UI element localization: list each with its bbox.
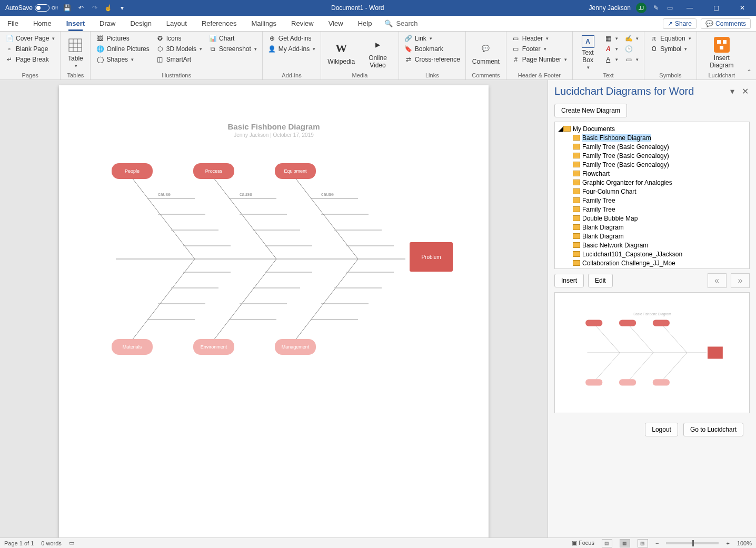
tree-root[interactable]: ◢My Documents: [555, 124, 749, 133]
tab-file[interactable]: File: [0, 16, 26, 31]
symbol-button[interactable]: ΩSymbol: [649, 44, 692, 54]
chart-button[interactable]: 📊Chart: [207, 34, 258, 43]
maximize-button[interactable]: ▢: [705, 0, 727, 16]
status-words[interactable]: 0 words: [41, 540, 62, 546]
document-tree[interactable]: ◢My Documents Basic Fishbone DiagramFami…: [554, 122, 750, 269]
tree-item[interactable]: Graphic Organizer for Analogies: [555, 178, 749, 187]
text-box-button[interactable]: AText Box: [577, 34, 599, 71]
tab-design[interactable]: Design: [123, 16, 158, 31]
create-new-diagram-button[interactable]: Create New Diagram: [554, 104, 627, 117]
online-video-button[interactable]: ▶Online Video: [361, 34, 394, 71]
wikipedia-button[interactable]: WWikipedia: [325, 34, 357, 71]
tell-me-search[interactable]: 🔍 Search: [379, 16, 423, 31]
new-comment-button[interactable]: 💬Comment: [470, 34, 502, 71]
undo-icon[interactable]: ↶: [77, 4, 85, 12]
tab-review[interactable]: Review: [284, 16, 321, 31]
tree-item[interactable]: Family Tree (Basic Genealogy): [555, 142, 749, 151]
online-pictures-button[interactable]: 🌐Online Pictures: [95, 44, 150, 54]
document-area[interactable]: Basic Fishbone Diagram Jenny Jackson | O…: [0, 80, 548, 537]
cover-page-button[interactable]: 📄Cover Page: [4, 34, 56, 43]
signature-line-button[interactable]: ✍: [623, 34, 640, 43]
insert-button[interactable]: Insert: [554, 274, 584, 287]
tree-item[interactable]: Family Tree: [555, 196, 749, 205]
zoom-slider[interactable]: [666, 542, 719, 544]
wordart-button[interactable]: A: [603, 44, 619, 54]
edit-button[interactable]: Edit: [588, 274, 613, 287]
minimize-button[interactable]: —: [679, 0, 700, 16]
coming-soon-icon[interactable]: ✎: [652, 4, 660, 12]
group-tables: Table Tables: [61, 32, 91, 79]
pane-close-icon[interactable]: ✕: [740, 87, 750, 96]
pane-menu-icon[interactable]: ▾: [728, 87, 737, 96]
zoom-in-button[interactable]: +: [726, 540, 729, 546]
quick-parts-button[interactable]: ▦: [603, 34, 619, 43]
tab-draw[interactable]: Draw: [92, 16, 123, 31]
tree-item[interactable]: Basic Network Diagram: [555, 241, 749, 250]
footer-button[interactable]: ▭Footer: [511, 44, 568, 54]
share-button[interactable]: ↗ Share: [663, 18, 697, 29]
tab-view[interactable]: View: [321, 16, 351, 31]
tree-item[interactable]: Family Tree (Basic Genealogy): [555, 160, 749, 169]
tab-references[interactable]: References: [194, 16, 244, 31]
group-pages: 📄Cover Page ▫Blank Page ↵Page Break Page…: [0, 32, 61, 79]
logout-button[interactable]: Logout: [645, 423, 678, 436]
smartart-button[interactable]: ◫SmartArt: [155, 55, 203, 64]
3d-models-button[interactable]: ⬡3D Models: [155, 44, 203, 54]
icons-button[interactable]: ✪Icons: [155, 34, 203, 43]
shapes-button[interactable]: ◯Shapes: [95, 55, 150, 64]
status-page[interactable]: Page 1 of 1: [4, 540, 34, 546]
prev-page-button[interactable]: «: [708, 273, 727, 288]
header-button[interactable]: ▭Header: [511, 34, 568, 43]
tab-layout[interactable]: Layout: [159, 16, 194, 31]
print-layout-button[interactable]: ▦: [620, 539, 630, 547]
focus-mode-button[interactable]: ▣ Focus: [572, 540, 594, 546]
user-avatar[interactable]: JJ: [636, 3, 646, 13]
read-mode-button[interactable]: ▤: [602, 539, 612, 547]
insert-diagram-button[interactable]: Insert Diagram: [701, 34, 742, 71]
screenshot-button[interactable]: ⧉Screenshot: [207, 44, 258, 54]
get-addins-button[interactable]: ⊕Get Add-ins: [267, 34, 316, 43]
table-button[interactable]: Table: [65, 34, 86, 71]
tree-item[interactable]: Family Tree (Basic Genealogy): [555, 151, 749, 160]
pictures-button[interactable]: 🖼Pictures: [95, 34, 150, 43]
tree-item[interactable]: Flowchart: [555, 169, 749, 178]
cross-reference-button[interactable]: ⇄Cross-reference: [403, 55, 461, 64]
spellcheck-icon[interactable]: ▭: [69, 540, 74, 546]
tab-help[interactable]: Help: [351, 16, 380, 31]
zoom-out-button[interactable]: −: [655, 540, 659, 546]
close-button[interactable]: ✕: [732, 0, 753, 16]
collapse-ribbon-button[interactable]: ⌃: [747, 32, 756, 79]
page-number-button[interactable]: #Page Number: [511, 55, 568, 64]
tab-home[interactable]: Home: [26, 16, 59, 31]
web-layout-button[interactable]: ▧: [638, 539, 648, 547]
save-icon[interactable]: 💾: [63, 4, 72, 12]
touch-mode-icon[interactable]: ☝: [104, 4, 113, 12]
tree-item[interactable]: Family Tree: [555, 205, 749, 214]
bookmark-button[interactable]: 🔖Bookmark: [403, 44, 461, 54]
page-break-button[interactable]: ↵Page Break: [4, 55, 56, 64]
drop-cap-button[interactable]: A: [603, 55, 619, 64]
my-addins-button[interactable]: 👤My Add-ins: [267, 44, 316, 54]
zoom-level[interactable]: 100%: [737, 540, 752, 546]
equation-button[interactable]: πEquation: [649, 34, 692, 43]
tree-item[interactable]: Blank Diagram: [555, 232, 749, 241]
tree-item[interactable]: Double Bubble Map: [555, 214, 749, 223]
autosave-toggle[interactable]: AutoSave Off: [5, 4, 58, 12]
tab-mailings[interactable]: Mailings: [244, 16, 284, 31]
tree-item[interactable]: Basic Fishbone Diagram: [555, 133, 749, 142]
date-time-button[interactable]: 🕒: [623, 44, 640, 54]
tree-item[interactable]: Four-Column Chart: [555, 187, 749, 196]
tab-insert[interactable]: Insert: [59, 16, 92, 31]
goto-lucidchart-button[interactable]: Go to Lucidchart: [683, 423, 743, 436]
ribbon-display-icon[interactable]: ▭: [665, 4, 674, 12]
tree-item[interactable]: Lucidchart101_Capstone_JJackson: [555, 250, 749, 258]
comments-button[interactable]: 💬 Comments: [701, 18, 751, 29]
link-button[interactable]: 🔗Link: [403, 34, 461, 43]
qat-customize-icon[interactable]: ▾: [118, 4, 126, 12]
blank-page-button[interactable]: ▫Blank Page: [4, 44, 56, 54]
object-button[interactable]: ▭: [623, 55, 640, 64]
tree-item[interactable]: Collaboration Challenge_JJ_Moe: [555, 258, 749, 267]
redo-icon[interactable]: ↷: [91, 4, 99, 12]
next-page-button[interactable]: »: [731, 273, 750, 288]
tree-item[interactable]: Blank Diagram: [555, 223, 749, 232]
